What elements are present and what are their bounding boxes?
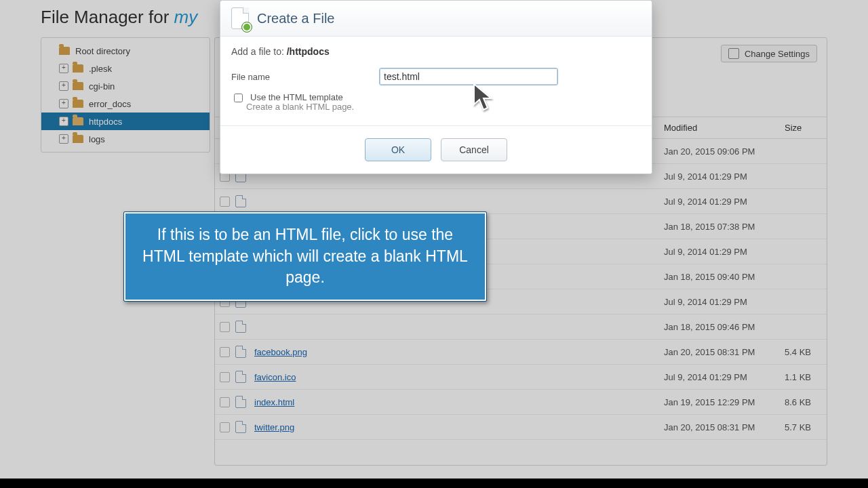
- use-html-template-checkbox[interactable]: [234, 94, 243, 102]
- instruction-callout: If this is to be an HTML file, click to …: [123, 211, 487, 302]
- cancel-button[interactable]: Cancel: [441, 138, 507, 161]
- dialog-title-bar: Create a File: [220, 1, 652, 37]
- use-html-template-sub: Create a blank HTML page.: [246, 102, 641, 112]
- create-file-dialog: Create a File Add a file to: /httpdocs F…: [220, 0, 652, 174]
- ok-button[interactable]: OK: [365, 138, 431, 161]
- bottom-bar: [0, 479, 868, 488]
- new-file-icon: [231, 7, 249, 29]
- dialog-path: /httpdocs: [287, 46, 330, 57]
- use-html-template-label: Use the HTML template: [250, 92, 343, 102]
- dialog-path-prefix: Add a file to:: [231, 46, 287, 57]
- filename-input[interactable]: [379, 68, 558, 85]
- dialog-title: Create a File: [257, 11, 335, 26]
- filename-label: File name: [231, 72, 379, 82]
